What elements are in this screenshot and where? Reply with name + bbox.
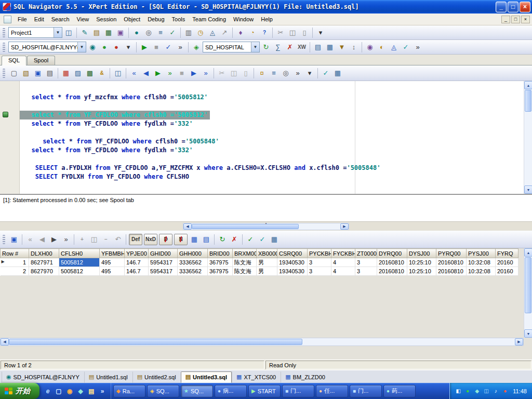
view-mode-button-def[interactable]: Def (129, 234, 142, 245)
sql-line[interactable] (20, 128, 524, 137)
data-cell[interactable]: 3336562 (178, 258, 208, 267)
column-header[interactable]: CFLSH0 (59, 249, 100, 258)
data-cell[interactable]: 8627971 (29, 258, 59, 267)
find-objects-icon[interactable]: ◎ (143, 27, 154, 38)
volume-icon[interactable]: ♪ (492, 388, 499, 395)
menu-window[interactable]: Window (230, 15, 257, 24)
tab-bm-zlzd00[interactable]: ▦BM_ZLZD00 (281, 371, 330, 383)
toolbar-options-icon[interactable]: ▾ (304, 68, 315, 79)
scroll-down-icon[interactable]: ▼ (524, 329, 532, 338)
column-header[interactable]: XB0000 (257, 249, 277, 258)
view-mode-button-nxd[interactable]: NxD (144, 234, 157, 245)
analyze-icon[interactable]: ∑ (272, 42, 284, 53)
grid-view-icon[interactable]: ▦ (189, 234, 200, 245)
session-key-icon[interactable]: ¤ (256, 68, 268, 79)
sql-line[interactable]: select * from YF_CFDLOO where cflsh0 ='5… (20, 137, 524, 146)
messenger-icon[interactable]: ◆ (76, 387, 85, 396)
column-header[interactable]: PYCKBH (308, 249, 331, 258)
copy-icon[interactable]: ◫ (287, 27, 298, 38)
maximize-button[interactable]: □ (508, 2, 518, 12)
data-cell[interactable]: 20160810 (436, 267, 467, 276)
auto-commit-icon[interactable]: ✓ (320, 68, 331, 79)
internet-explorer-icon[interactable]: e (43, 387, 52, 396)
task-button[interactable]: ◈SQ... (147, 385, 179, 397)
data-cell[interactable]: 10:25:10 (407, 267, 436, 276)
sql-line[interactable]: select * from YF_CFDLOO where fydlxh ='3… (20, 119, 524, 128)
column-header[interactable]: CSRQ00 (277, 249, 308, 258)
data-cell[interactable]: 5954317 (149, 267, 178, 276)
column-header[interactable]: PYSJ00 (467, 249, 496, 258)
data-cell[interactable]: 19340530 (277, 258, 308, 267)
data-cell[interactable]: 4 (331, 267, 355, 276)
customize-toolbar-icon[interactable]: ▾ (315, 27, 326, 38)
sql-line[interactable] (20, 84, 524, 93)
scroll-right-icon[interactable]: ▶ (340, 223, 349, 230)
paste-icon[interactable]: ▯ (299, 27, 310, 38)
task-button[interactable]: ★SQ... (181, 385, 213, 397)
copy-statement-icon[interactable]: ◫ (112, 68, 124, 79)
sql-line[interactable]: SELECT FYDLXH from YF_CFDLOO where CFLSH… (20, 172, 524, 181)
schema-combo[interactable]: SD_HOSPITAL ▼ (203, 42, 260, 52)
grid-horizontal-scrollbar[interactable]: ◀ ▶ (0, 338, 524, 346)
column-header[interactable]: BRXM00 (233, 249, 257, 258)
print-icon[interactable]: ▤ (44, 68, 56, 79)
data-cell[interactable]: 367975 (208, 258, 233, 267)
sql-line[interactable] (20, 102, 524, 111)
cut-icon[interactable]: ✂ (216, 68, 228, 79)
column-header[interactable]: FYRQ (496, 249, 518, 258)
data-cell[interactable]: 495 (100, 258, 125, 267)
data-cell[interactable]: 3 (308, 258, 331, 267)
data-cell[interactable]: 19340530 (277, 267, 308, 276)
task-button[interactable]: ■门... (282, 385, 314, 397)
data-cell[interactable]: 5005812 (59, 267, 100, 276)
previous-record-icon[interactable]: ◀ (36, 234, 48, 245)
execute-statement-icon[interactable]: ▶ (152, 68, 164, 79)
sql-editor[interactable]: select * from yf_mzcfmx where cflsh0 ='5… (0, 81, 532, 194)
data-cell[interactable]: 367975 (208, 267, 233, 276)
code-road-map-icon[interactable]: ↗ (219, 27, 230, 38)
toolbar-grip[interactable] (3, 28, 5, 37)
minimize-button[interactable]: _ (496, 2, 507, 12)
statement-recall-icon[interactable]: ≡ (268, 68, 280, 79)
data-cell[interactable]: 20160810 (377, 267, 407, 276)
view-mode-button-d[interactable]: D/ (159, 234, 172, 245)
data-cell[interactable]: 男 (257, 267, 277, 276)
knowledge-xpert-icon[interactable]: ? (259, 27, 270, 38)
task-button[interactable]: ●病... (215, 385, 247, 397)
save-results-icon[interactable]: ▣ (8, 234, 20, 245)
post-edits-icon[interactable]: ✓ (245, 234, 256, 245)
menu-file[interactable]: File (14, 15, 31, 24)
code-templates-icon[interactable]: ▩ (84, 68, 96, 79)
er-diagram-icon[interactable]: ◬ (207, 27, 218, 38)
copy-record-icon[interactable]: ◫ (88, 234, 100, 245)
mdi-restore-button[interactable]: □ (511, 16, 520, 23)
ime-indicator-icon[interactable]: ◧ (455, 388, 462, 395)
menu-debug[interactable]: Debug (144, 15, 168, 24)
column-header[interactable]: Row # (1, 249, 29, 258)
new-session-icon[interactable]: ✎ (79, 27, 90, 38)
data-cell[interactable]: 20160810 (436, 258, 467, 267)
data-cell[interactable]: 20160 (496, 258, 518, 267)
sql-line[interactable]: select * from YF_CFDLOO where fydlxh ='3… (20, 146, 524, 155)
explain-plan-icon[interactable]: ◬ (388, 42, 400, 53)
data-cell[interactable]: 男 (257, 258, 277, 267)
data-cell[interactable]: 146.7 (125, 258, 149, 267)
menu-session[interactable]: Session (92, 15, 120, 24)
tab-sql[interactable]: SQL (2, 56, 26, 65)
column-header[interactable]: DYRQ00 (377, 249, 407, 258)
task-button[interactable]: ▶START (248, 385, 281, 397)
last-record-icon[interactable]: » (60, 234, 72, 245)
task-button[interactable]: ■门... (350, 385, 382, 397)
combo-arrow-icon[interactable]: ▼ (251, 42, 259, 52)
cancel-query-icon[interactable]: ✗ (229, 234, 240, 245)
antivirus-icon[interactable]: ● (464, 388, 471, 395)
menu-edit[interactable]: Edit (31, 15, 48, 24)
combo-arrow-icon[interactable]: ▼ (77, 42, 86, 52)
benchmark-icon[interactable]: ◔ (247, 27, 258, 38)
record-view-icon[interactable]: ▤ (201, 234, 212, 245)
tab-xt-xtcs00[interactable]: ▦XT_XTCS00 (232, 371, 281, 383)
more-buttons-icon[interactable]: » (175, 42, 186, 53)
profiler-icon[interactable]: ◐ (376, 42, 388, 53)
task-button[interactable]: ●药... (383, 385, 416, 397)
open-project-icon[interactable]: ▤ (91, 27, 102, 38)
